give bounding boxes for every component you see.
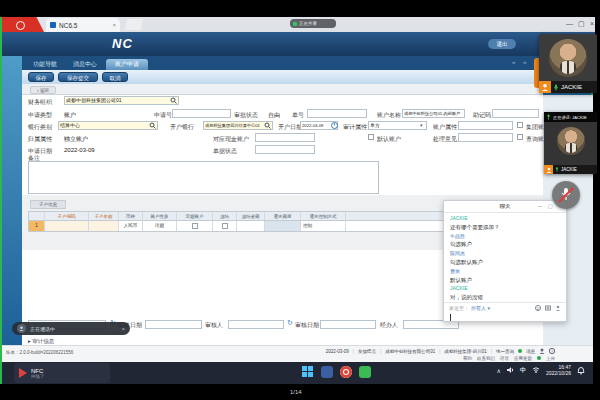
video-tile-speaker[interactable]: 正在讲话: JACKIE JACKIE (544, 112, 597, 174)
status-message[interactable]: 消息 (526, 349, 535, 354)
search-icon[interactable] (264, 122, 271, 129)
field-label: 单据状态 (213, 147, 237, 156)
col-header[interactable]: 冻结 (213, 212, 237, 221)
remark-textarea[interactable] (28, 161, 379, 194)
auditor-input[interactable] (228, 320, 284, 329)
frozen-checkbox[interactable] (222, 223, 228, 229)
query-account-checkbox[interactable] (517, 134, 523, 140)
link-upload[interactable]: 上传 (546, 356, 555, 361)
cell-fixed[interactable] (177, 221, 213, 231)
tab-close-icon[interactable]: × (112, 22, 116, 28)
emoji-icon[interactable] (535, 305, 541, 311)
audit-attr-select[interactable]: 单方 (368, 121, 427, 130)
refresh-icon[interactable]: ↻ (287, 319, 293, 327)
col-header[interactable]: 子户编码 (45, 212, 89, 221)
tab-scroll-right-icon[interactable]: » (523, 59, 526, 65)
fixed-checkbox[interactable] (192, 223, 198, 229)
video-tile-main[interactable]: JACKIE (539, 34, 597, 93)
col-header[interactable]: 账户性质 (143, 212, 177, 221)
chat-input-caret[interactable] (450, 314, 451, 321)
bank-input[interactable]: 成都科技集团四川结算中心01 (203, 121, 273, 130)
status-tip[interactable]: 友情提示 (358, 349, 376, 354)
bank-type-input[interactable]: 结算中心 (58, 121, 158, 130)
col-header[interactable]: 透支控制方式 (301, 212, 346, 221)
account-attr-input[interactable] (458, 121, 513, 130)
chevron-down-icon[interactable]: ▾ (420, 122, 423, 128)
apply-no-input[interactable] (172, 109, 231, 118)
link-help[interactable]: 帮助 (463, 356, 472, 361)
cell-frozen[interactable] (213, 221, 237, 231)
link-voice[interactable]: 语音 (500, 356, 509, 361)
screenshot-icon[interactable] (545, 305, 551, 311)
link-contact[interactable]: 联系我们 (477, 356, 495, 361)
cell-overdraft[interactable] (265, 221, 301, 231)
network-icon[interactable] (532, 366, 540, 374)
taskbar-toast[interactable]: NFC 掉线了 (14, 363, 110, 383)
link-update[interactable]: 应用更新 (514, 356, 532, 361)
mute-toggle-button[interactable] (552, 181, 580, 209)
start-button[interactable] (302, 366, 314, 378)
taskbar-app-blue[interactable] (321, 366, 333, 378)
subaccount-tab[interactable]: 子户信息 (30, 200, 66, 209)
opinion-input[interactable] (458, 133, 513, 142)
status-group[interactable]: 成都科技集团-四川01 (444, 349, 487, 354)
cash-account-input[interactable] (255, 133, 315, 142)
window-minimize-button[interactable]: — (566, 20, 573, 27)
status-query[interactable]: 统一查询 (496, 349, 514, 354)
notification-bell-icon[interactable] (577, 366, 585, 375)
call-toast[interactable]: 正在通话中 × (12, 322, 130, 335)
calendar-icon[interactable] (331, 122, 338, 129)
browser-tab-nc[interactable]: NC6.5 × (46, 18, 120, 32)
doc-state-input[interactable] (255, 145, 315, 154)
tab-message-center[interactable]: 消息中心 (66, 59, 104, 70)
cell-name[interactable] (89, 221, 119, 231)
taskbar-app-red[interactable] (340, 366, 352, 378)
toast-close-icon[interactable]: × (121, 326, 125, 332)
cell-code[interactable] (45, 221, 89, 231)
col-header[interactable]: 定期账户 (177, 212, 213, 221)
cell-nature[interactable]: 活期 (143, 221, 177, 231)
window-close-button[interactable]: × (590, 20, 594, 27)
logout-button[interactable]: 退出 (488, 39, 516, 49)
org-input[interactable]: 成都中创科技集团公司01 (64, 96, 179, 105)
ime-indicator[interactable]: 中 (520, 366, 526, 375)
tray-expand-icon[interactable]: ∧ (497, 367, 501, 374)
tab-function-nav[interactable]: 功能导航 (26, 59, 64, 70)
audit-date-input[interactable] (320, 320, 376, 329)
volume-icon[interactable] (507, 366, 514, 374)
taskbar-app-green[interactable] (359, 366, 371, 378)
mnemonic-input[interactable] (492, 109, 539, 118)
cell-frozen-amt[interactable] (237, 221, 265, 231)
cell-currency[interactable]: 人民币 (119, 221, 143, 231)
new-tab-button[interactable] (125, 19, 143, 30)
maker-date-input[interactable] (145, 320, 202, 329)
col-header[interactable]: 透支额度 (265, 212, 301, 221)
save-submit-button[interactable]: 保存提交 (58, 72, 98, 82)
tab-scroll-left-icon[interactable]: « (512, 59, 515, 65)
doc-no-input[interactable] (307, 109, 367, 118)
cell-control[interactable]: 控制 (301, 221, 346, 231)
help-icon[interactable]: ? (549, 348, 555, 354)
search-icon[interactable] (170, 97, 177, 104)
taskbar-clock[interactable]: 16:47 2022/10/26 (546, 364, 571, 376)
col-header[interactable]: 冻结金额 (237, 212, 265, 221)
browser-logo[interactable] (2, 17, 44, 32)
cancel-button[interactable]: 取消 (102, 72, 128, 82)
default-account-checkbox[interactable] (368, 134, 374, 140)
audit-section-header[interactable]: ▸ 审计信息 (28, 338, 54, 345)
window-maximize-button[interactable]: ▢ (578, 20, 585, 28)
col-header[interactable]: 币种 (119, 212, 143, 221)
user-icon[interactable] (539, 348, 545, 354)
search-icon[interactable] (149, 122, 156, 129)
tab-account-apply[interactable]: 账户申请 (106, 59, 148, 70)
chat-titlebar[interactable]: 聊天 — ▢ × (444, 201, 566, 213)
back-button[interactable]: ‹ 返回 (30, 86, 56, 94)
member-icon[interactable] (555, 305, 561, 311)
group-account-checkbox[interactable] (517, 122, 523, 128)
account-name-input[interactable]: 成都中创科技公司01-内部账户 (402, 109, 465, 118)
save-button[interactable]: 保存 (28, 72, 54, 82)
send-to-select[interactable]: 所有人 ▾ (471, 305, 533, 311)
grid-row[interactable]: 1 人民币 活期 控制 (29, 221, 458, 231)
status-company[interactable]: 成都中创科技有限公司01 (385, 349, 435, 354)
col-header[interactable]: 子户名称 (89, 212, 119, 221)
